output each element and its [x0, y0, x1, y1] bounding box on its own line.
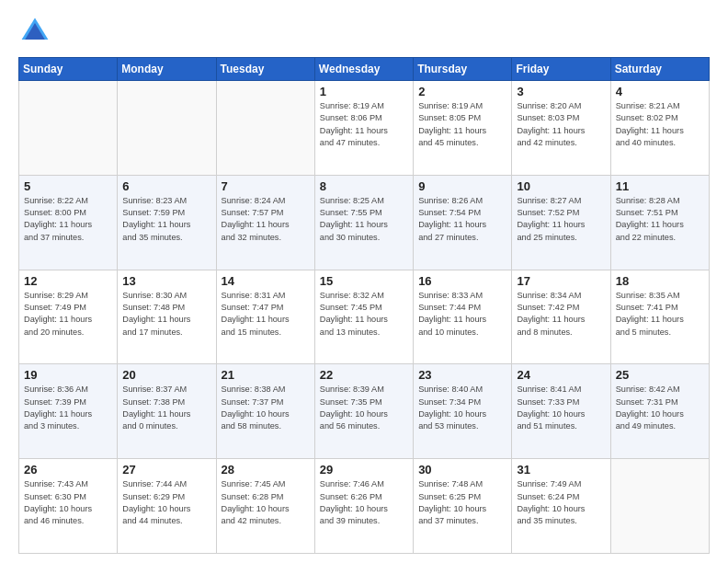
table-row: 26Sunrise: 7:43 AM Sunset: 6:30 PM Dayli… — [19, 459, 118, 554]
table-row: 18Sunrise: 8:35 AM Sunset: 7:41 PM Dayli… — [610, 270, 709, 364]
table-row: 7Sunrise: 8:24 AM Sunset: 7:57 PM Daylig… — [216, 175, 314, 270]
day-number: 18 — [616, 274, 704, 288]
table-row: 28Sunrise: 7:45 AM Sunset: 6:28 PM Dayli… — [216, 459, 314, 554]
col-wednesday: Wednesday — [314, 58, 413, 81]
day-info: Sunrise: 8:36 AM Sunset: 7:39 PM Dayligh… — [24, 384, 112, 432]
table-row: 25Sunrise: 8:42 AM Sunset: 7:31 PM Dayli… — [610, 364, 709, 459]
day-number: 11 — [616, 179, 704, 193]
logo — [18, 15, 55, 48]
page: Sunday Monday Tuesday Wednesday Thursday… — [0, 0, 728, 563]
day-number: 31 — [517, 463, 605, 477]
calendar-week-row: 1Sunrise: 8:19 AM Sunset: 8:06 PM Daylig… — [19, 81, 710, 176]
day-info: Sunrise: 8:41 AM Sunset: 7:33 PM Dayligh… — [517, 384, 605, 432]
table-row: 3Sunrise: 8:20 AM Sunset: 8:03 PM Daylig… — [512, 81, 610, 176]
table-row: 12Sunrise: 8:29 AM Sunset: 7:49 PM Dayli… — [19, 270, 118, 364]
table-row: 1Sunrise: 8:19 AM Sunset: 8:06 PM Daylig… — [314, 81, 413, 176]
table-row: 30Sunrise: 7:48 AM Sunset: 6:25 PM Dayli… — [414, 459, 512, 554]
table-row: 27Sunrise: 7:44 AM Sunset: 6:29 PM Dayli… — [118, 459, 216, 554]
day-number: 19 — [24, 368, 112, 382]
table-row — [216, 81, 314, 176]
day-number: 28 — [222, 463, 310, 477]
table-row: 9Sunrise: 8:26 AM Sunset: 7:54 PM Daylig… — [414, 175, 512, 270]
day-number: 12 — [24, 274, 112, 288]
table-row: 21Sunrise: 8:38 AM Sunset: 7:37 PM Dayli… — [216, 364, 314, 459]
header — [18, 15, 710, 48]
day-info: Sunrise: 8:30 AM Sunset: 7:48 PM Dayligh… — [122, 290, 210, 339]
day-number: 4 — [616, 85, 704, 98]
day-info: Sunrise: 8:29 AM Sunset: 7:49 PM Dayligh… — [24, 290, 112, 339]
table-row: 22Sunrise: 8:39 AM Sunset: 7:35 PM Dayli… — [314, 364, 413, 459]
table-row: 2Sunrise: 8:19 AM Sunset: 8:05 PM Daylig… — [414, 81, 512, 176]
day-info: Sunrise: 8:33 AM Sunset: 7:44 PM Dayligh… — [418, 290, 506, 339]
calendar-table: Sunday Monday Tuesday Wednesday Thursday… — [18, 57, 710, 554]
table-row: 31Sunrise: 7:49 AM Sunset: 6:24 PM Dayli… — [512, 459, 610, 554]
table-row: 29Sunrise: 7:46 AM Sunset: 6:26 PM Dayli… — [314, 459, 413, 554]
day-info: Sunrise: 7:43 AM Sunset: 6:30 PM Dayligh… — [24, 478, 112, 527]
day-number: 24 — [517, 368, 605, 382]
day-number: 6 — [122, 179, 210, 193]
calendar-week-row: 26Sunrise: 7:43 AM Sunset: 6:30 PM Dayli… — [19, 459, 710, 554]
table-row: 20Sunrise: 8:37 AM Sunset: 7:38 PM Dayli… — [118, 364, 216, 459]
table-row: 16Sunrise: 8:33 AM Sunset: 7:44 PM Dayli… — [414, 270, 512, 364]
logo-icon — [18, 15, 51, 48]
calendar-header-row: Sunday Monday Tuesday Wednesday Thursday… — [19, 58, 710, 81]
table-row — [118, 81, 216, 176]
day-number: 15 — [320, 274, 408, 288]
day-info: Sunrise: 8:22 AM Sunset: 8:00 PM Dayligh… — [24, 195, 112, 244]
table-row — [19, 81, 118, 176]
day-info: Sunrise: 7:45 AM Sunset: 6:28 PM Dayligh… — [222, 478, 310, 527]
day-info: Sunrise: 8:23 AM Sunset: 7:59 PM Dayligh… — [122, 195, 210, 244]
day-info: Sunrise: 8:28 AM Sunset: 7:51 PM Dayligh… — [616, 195, 704, 244]
day-number: 7 — [222, 179, 310, 193]
day-info: Sunrise: 8:40 AM Sunset: 7:34 PM Dayligh… — [418, 384, 506, 432]
day-info: Sunrise: 8:37 AM Sunset: 7:38 PM Dayligh… — [122, 384, 210, 432]
day-number: 26 — [24, 463, 112, 477]
table-row: 15Sunrise: 8:32 AM Sunset: 7:45 PM Dayli… — [314, 270, 413, 364]
day-info: Sunrise: 7:49 AM Sunset: 6:24 PM Dayligh… — [517, 478, 605, 527]
day-info: Sunrise: 7:46 AM Sunset: 6:26 PM Dayligh… — [320, 478, 408, 527]
day-info: Sunrise: 8:26 AM Sunset: 7:54 PM Dayligh… — [418, 195, 506, 244]
col-friday: Friday — [512, 58, 610, 81]
table-row — [610, 459, 709, 554]
day-number: 5 — [24, 179, 112, 193]
day-info: Sunrise: 8:19 AM Sunset: 8:06 PM Dayligh… — [320, 100, 408, 149]
day-number: 30 — [418, 463, 506, 477]
day-number: 20 — [122, 368, 210, 382]
day-info: Sunrise: 8:42 AM Sunset: 7:31 PM Dayligh… — [616, 384, 704, 432]
table-row: 14Sunrise: 8:31 AM Sunset: 7:47 PM Dayli… — [216, 270, 314, 364]
day-number: 27 — [122, 463, 210, 477]
table-row: 11Sunrise: 8:28 AM Sunset: 7:51 PM Dayli… — [610, 175, 709, 270]
day-info: Sunrise: 8:24 AM Sunset: 7:57 PM Dayligh… — [222, 195, 310, 244]
day-number: 22 — [320, 368, 408, 382]
day-info: Sunrise: 8:20 AM Sunset: 8:03 PM Dayligh… — [517, 100, 605, 149]
day-number: 3 — [517, 85, 605, 98]
day-number: 16 — [418, 274, 506, 288]
day-number: 13 — [122, 274, 210, 288]
col-thursday: Thursday — [414, 58, 512, 81]
day-info: Sunrise: 7:44 AM Sunset: 6:29 PM Dayligh… — [122, 478, 210, 527]
calendar-week-row: 12Sunrise: 8:29 AM Sunset: 7:49 PM Dayli… — [19, 270, 710, 364]
table-row: 6Sunrise: 8:23 AM Sunset: 7:59 PM Daylig… — [118, 175, 216, 270]
day-number: 17 — [517, 274, 605, 288]
col-tuesday: Tuesday — [216, 58, 314, 81]
day-info: Sunrise: 8:32 AM Sunset: 7:45 PM Dayligh… — [320, 290, 408, 339]
day-number: 9 — [418, 179, 506, 193]
col-monday: Monday — [118, 58, 216, 81]
table-row: 19Sunrise: 8:36 AM Sunset: 7:39 PM Dayli… — [19, 364, 118, 459]
day-info: Sunrise: 8:27 AM Sunset: 7:52 PM Dayligh… — [517, 195, 605, 244]
day-info: Sunrise: 8:35 AM Sunset: 7:41 PM Dayligh… — [616, 290, 704, 339]
col-sunday: Sunday — [19, 58, 118, 81]
day-number: 21 — [222, 368, 310, 382]
day-info: Sunrise: 8:39 AM Sunset: 7:35 PM Dayligh… — [320, 384, 408, 432]
day-info: Sunrise: 8:38 AM Sunset: 7:37 PM Dayligh… — [222, 384, 310, 432]
table-row: 24Sunrise: 8:41 AM Sunset: 7:33 PM Dayli… — [512, 364, 610, 459]
table-row: 23Sunrise: 8:40 AM Sunset: 7:34 PM Dayli… — [414, 364, 512, 459]
day-number: 25 — [616, 368, 704, 382]
day-number: 1 — [320, 85, 408, 98]
table-row: 5Sunrise: 8:22 AM Sunset: 8:00 PM Daylig… — [19, 175, 118, 270]
day-number: 14 — [222, 274, 310, 288]
table-row: 13Sunrise: 8:30 AM Sunset: 7:48 PM Dayli… — [118, 270, 216, 364]
day-info: Sunrise: 8:21 AM Sunset: 8:02 PM Dayligh… — [616, 100, 704, 149]
day-number: 23 — [418, 368, 506, 382]
calendar-week-row: 5Sunrise: 8:22 AM Sunset: 8:00 PM Daylig… — [19, 175, 710, 270]
